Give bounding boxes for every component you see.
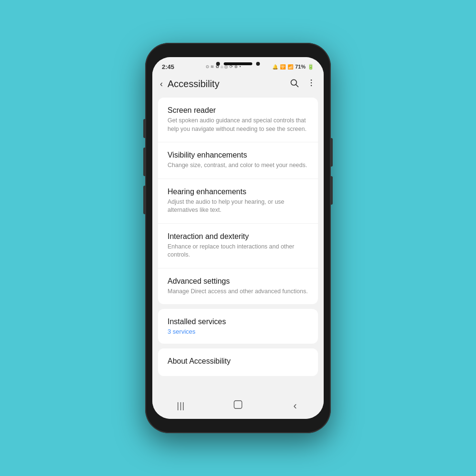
content-area[interactable]: Screen reader Get spoken audio guidance … xyxy=(152,94,324,395)
svg-point-3 xyxy=(311,82,312,84)
more-options-icon[interactable] xyxy=(307,78,316,90)
advanced-title: Advanced settings xyxy=(168,277,308,286)
interaction-dexterity-item[interactable]: Interaction and dexterity Enhance or rep… xyxy=(158,224,318,268)
screen-reader-item[interactable]: Screen reader Get spoken audio guidance … xyxy=(158,98,318,142)
svg-line-1 xyxy=(296,85,298,87)
svg-point-4 xyxy=(311,85,312,87)
phone-screen: 2:45 ⊙ ≋ ✿ ⌂ ◎ ⟳ ⊗ • 🔔 🛜 📶 71% 🔋 ‹ Acces… xyxy=(152,57,324,419)
home-button[interactable] xyxy=(228,399,248,412)
about-accessibility-item[interactable]: About Accessibility xyxy=(158,348,318,376)
screen-reader-title: Screen reader xyxy=(168,106,308,115)
status-right-icons: 🔔 🛜 📶 71% 🔋 xyxy=(272,64,314,70)
back-button[interactable]: ‹ xyxy=(160,79,163,89)
advanced-settings-item[interactable]: Advanced settings Manage Direct access a… xyxy=(158,268,318,305)
screen-reader-desc: Get spoken audio guidance and special co… xyxy=(168,117,308,133)
volume-up-button[interactable] xyxy=(143,119,145,138)
about-accessibility-title: About Accessibility xyxy=(168,357,308,366)
hearing-enhancements-item[interactable]: Hearing enhancements Adjust the audio to… xyxy=(158,179,318,224)
bottom-nav: ||| ‹ xyxy=(152,395,324,419)
wifi-icon: 🛜 xyxy=(280,64,286,69)
svg-point-2 xyxy=(311,79,312,81)
page-title: Accessibility xyxy=(168,79,219,89)
battery-percent: 71% xyxy=(295,64,306,69)
alarm-icon: 🔔 xyxy=(272,64,278,69)
installed-services-count: 3 services xyxy=(168,328,308,335)
visibility-title: Visibility enhancements xyxy=(168,151,308,159)
main-menu-card: Screen reader Get spoken audio guidance … xyxy=(158,98,318,304)
battery-icon: 🔋 xyxy=(307,64,314,70)
hearing-title: Hearing enhancements xyxy=(168,188,308,196)
header-left: ‹ Accessibility xyxy=(160,79,219,89)
search-icon[interactable] xyxy=(289,78,299,90)
status-time: 2:45 xyxy=(162,63,174,70)
svg-rect-5 xyxy=(234,401,242,409)
advanced-desc: Manage Direct access and other advanced … xyxy=(168,288,308,296)
back-nav-button[interactable]: ‹ xyxy=(286,400,305,412)
signal-icon: 📶 xyxy=(288,64,293,69)
front-camera xyxy=(256,62,260,66)
header-right xyxy=(289,78,316,90)
camera-dot xyxy=(216,62,220,66)
installed-services-item[interactable]: Installed services 3 services xyxy=(158,309,318,344)
installed-services-card: Installed services 3 services xyxy=(158,309,318,344)
bixby-button[interactable] xyxy=(143,186,145,214)
phone-frame: 2:45 ⊙ ≋ ✿ ⌂ ◎ ⟳ ⊗ • 🔔 🛜 📶 71% 🔋 ‹ Acces… xyxy=(145,43,331,433)
hearing-desc: Adjust the audio to help your hearing, o… xyxy=(168,198,308,215)
installed-services-title: Installed services xyxy=(168,317,308,326)
speaker-grille xyxy=(224,62,252,65)
visibility-enhancements-item[interactable]: Visibility enhancements Change size, con… xyxy=(158,142,318,179)
recent-apps-button[interactable]: ||| xyxy=(171,401,190,411)
app-header: ‹ Accessibility xyxy=(152,74,324,94)
interaction-title: Interaction and dexterity xyxy=(168,232,308,241)
interaction-desc: Enhance or replace touch interactions an… xyxy=(168,243,308,259)
volume-down-button[interactable] xyxy=(143,148,145,176)
status-bar: 2:45 ⊙ ≋ ✿ ⌂ ◎ ⟳ ⊗ • 🔔 🛜 📶 71% 🔋 xyxy=(152,57,324,74)
about-accessibility-card: About Accessibility xyxy=(158,348,318,376)
visibility-desc: Change size, contrast, and color to meet… xyxy=(168,161,308,170)
